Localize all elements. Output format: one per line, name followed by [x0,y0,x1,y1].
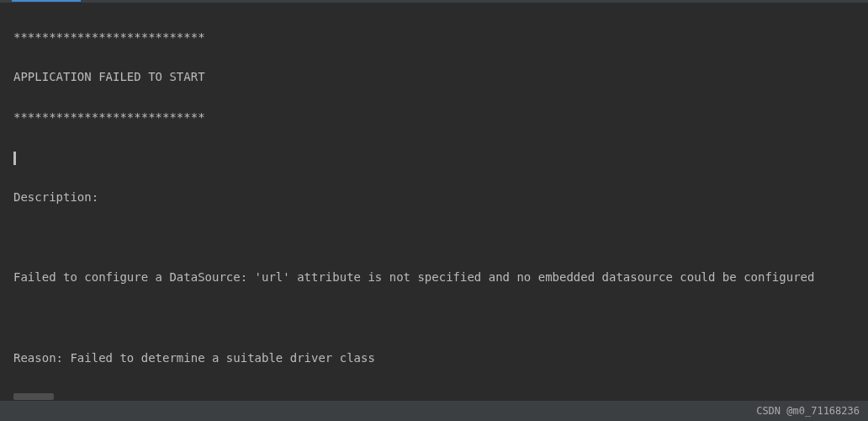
blank-line [13,308,868,328]
console-output[interactable]: *************************** APPLICATION … [0,3,868,421]
editor-top-border [0,0,868,3]
error-title: APPLICATION FAILED TO START [13,67,868,88]
cursor-line [13,148,868,168]
watermark-text: CSDN @m0_71168236 [756,402,860,419]
blank-line [13,228,868,248]
status-bar: CSDN @m0_71168236 [0,401,868,421]
horizontal-scrollbar-thumb[interactable] [13,393,54,400]
horizontal-scrollbar-track[interactable] [0,392,868,401]
reason-text: Reason: Failed to determine a suitable d… [13,349,868,369]
border-line: *************************** [13,108,868,128]
description-text: Failed to configure a DataSource: 'url' … [13,268,868,288]
description-label: Description: [13,188,868,208]
border-line: *************************** [13,28,868,48]
